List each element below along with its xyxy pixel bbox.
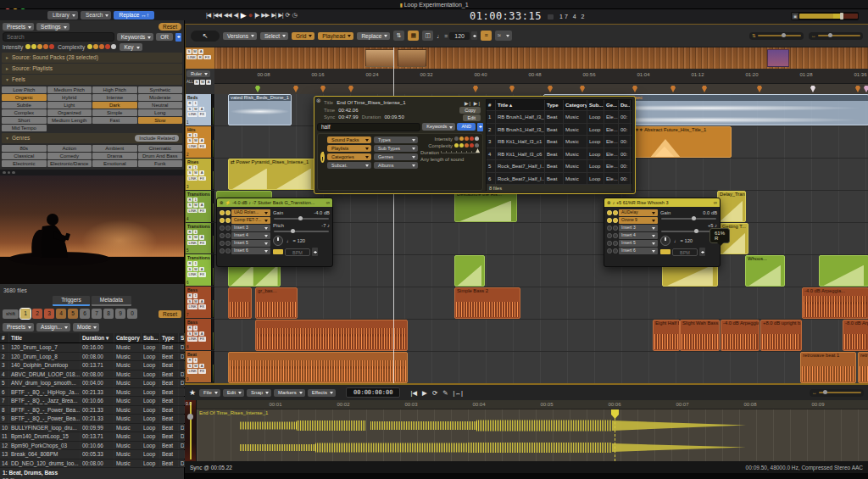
complexity-dot[interactable] <box>105 44 110 49</box>
insert-plugin-dropdown[interactable]: Comp FET-7... <box>231 217 270 224</box>
master-volume-meter[interactable]: ▣ <box>791 12 859 20</box>
solo-button[interactable]: S <box>187 203 192 208</box>
editor-waveform-area[interactable]: End Of Time_Rises_Intense_1 <box>197 409 868 461</box>
track-header[interactable]: Transitions R1 SMA LINKFX 4 <box>186 191 214 223</box>
insert-plugin-dropdown[interactable]: AUDelay <box>619 209 658 216</box>
feel-filter-button[interactable]: Intense <box>92 94 137 101</box>
power-icon[interactable] <box>220 226 225 231</box>
include-related-button[interactable]: Include Related <box>135 135 179 142</box>
record-enable-button[interactable]: R <box>187 326 192 331</box>
insert-plugin-dropdown[interactable]: Insert 3 <box>231 225 270 231</box>
edit-icon[interactable] <box>225 226 231 231</box>
search-input[interactable] <box>3 32 114 42</box>
editor-time-ruler[interactable]: 00:0100:0200:0300:0400:0500:0600:0700:08… <box>197 400 868 409</box>
feel-filter-button[interactable]: Medium Length <box>47 117 92 124</box>
mode-dropdown[interactable]: Mode <box>73 323 99 331</box>
clip[interactable] <box>255 320 408 351</box>
fx-button[interactable]: FX <box>198 241 205 246</box>
result-row[interactable]: 6Rock_Beat7_Half_I...BeatMusicLoopEle...… <box>487 173 632 186</box>
edit-icon[interactable] <box>613 248 618 253</box>
mute-button[interactable]: M <box>193 235 199 240</box>
marker-pin[interactable] <box>670 86 676 92</box>
solo-button[interactable]: S <box>187 267 192 272</box>
power-icon[interactable] <box>220 218 225 223</box>
transport-button[interactable]: ▶| <box>278 12 282 19</box>
filter-dropdown[interactable]: Albums <box>374 162 418 169</box>
intensity-dot[interactable] <box>465 136 469 141</box>
feel-filter-button[interactable]: Long <box>138 109 183 116</box>
duration-slider[interactable] <box>441 151 480 153</box>
complexity-dot[interactable] <box>465 143 469 148</box>
insert-plugin-dropdown[interactable]: Insert 4 <box>231 232 270 239</box>
assign-dropdown[interactable]: Assign... <box>36 323 70 331</box>
clip[interactable]: vated Risk_Beds_Drone_1 <box>228 94 292 125</box>
fx-button[interactable]: FX <box>203 55 210 60</box>
intensity-dot[interactable] <box>25 44 31 49</box>
feel-filter-button[interactable]: Hybrid <box>47 94 92 101</box>
transport-button[interactable]: ● <box>248 11 252 19</box>
link-button[interactable]: LINK <box>187 304 198 309</box>
marker-pin[interactable] <box>632 86 637 92</box>
input-selector[interactable]: 1 <box>193 358 198 363</box>
input-selector[interactable]: 1 <box>193 293 198 298</box>
insert-plugin-dropdown[interactable]: Insert 5 <box>231 240 270 247</box>
transport-button[interactable]: ⟳ <box>286 12 290 19</box>
mute-button[interactable]: M <box>193 331 199 337</box>
marker-lane[interactable] <box>214 84 868 94</box>
mute-button[interactable]: M <box>193 364 199 369</box>
fx-button[interactable]: FX <box>198 176 205 181</box>
filter-dropdown[interactable]: Playlists <box>327 145 371 152</box>
marker-pin[interactable] <box>548 86 553 92</box>
feels-section-header[interactable]: ▼Feels <box>2 75 182 85</box>
vertical-zoom-slider[interactable]: ⇅ <box>749 32 804 40</box>
mute-button[interactable]: M <box>192 49 198 54</box>
marker-pin[interactable] <box>810 86 815 92</box>
pitch-slider[interactable] <box>274 231 329 232</box>
sync-chip[interactable] <box>273 249 283 254</box>
genre-filter-button[interactable]: Comedy <box>47 153 92 159</box>
clip[interactable]: Slight Wah Bass <box>680 320 720 351</box>
clip[interactable]: gr_bas... <box>255 287 298 319</box>
genre-filter-button[interactable]: Ambient <box>92 145 137 152</box>
result-row[interactable]: 5Rock_Beat7_Half_I...BeatMusicLoopEle...… <box>487 160 632 173</box>
track-header[interactable]: Hits R1 SMA LINKFX 2 <box>186 126 214 159</box>
input-selector[interactable]: 1 <box>193 133 198 138</box>
solo-button[interactable]: S <box>187 299 192 304</box>
clip[interactable]: Simple Bass 2 <box>454 287 520 319</box>
mute-button[interactable]: M <box>193 203 199 208</box>
clip[interactable]: Destabilize the Ris... <box>454 191 517 222</box>
grid-snap-icon[interactable]: ▦ <box>408 31 419 41</box>
power-icon[interactable] <box>220 233 225 238</box>
marker-pin[interactable] <box>757 86 762 92</box>
fx-button[interactable]: FX <box>198 209 205 214</box>
editor-transport-button[interactable]: ✎ <box>442 389 448 397</box>
complexity-dot[interactable] <box>475 143 479 148</box>
all-solo-button[interactable]: S <box>194 80 199 85</box>
arm-button[interactable]: A <box>199 203 204 208</box>
complexity-dot[interactable] <box>459 143 464 148</box>
edit-icon[interactable] <box>613 210 618 215</box>
power-icon[interactable] <box>607 233 612 238</box>
solo-button[interactable]: S <box>187 170 192 175</box>
reset-button[interactable]: Reset <box>159 23 181 31</box>
editor-menu-dropdown[interactable]: Effects <box>308 389 336 397</box>
edit-icon[interactable] <box>613 218 618 223</box>
arm-button[interactable]: A <box>198 49 203 54</box>
results-header[interactable]: #Title ▴TypeCategorySub...Ge...Du... <box>487 100 632 111</box>
fx-button[interactable]: FX <box>198 304 205 309</box>
boolean-stepper-icon[interactable] <box>477 123 483 131</box>
file-row[interactable]: 12Bpm90_PorkChops_0300:10.66MusicLoopBea… <box>0 442 184 451</box>
tab-search[interactable]: Search <box>81 11 112 19</box>
file-row[interactable]: 10BULLYFINGER_loop_dru...00:09.99MusicLo… <box>0 424 184 433</box>
edit-icon[interactable] <box>225 248 231 253</box>
trigger-key-button[interactable]: 3 <box>44 309 54 319</box>
edit-icon[interactable] <box>225 233 231 238</box>
arm-button[interactable]: A <box>199 235 204 240</box>
input-selector[interactable]: 1 <box>193 230 198 235</box>
trigger-key-button[interactable]: 6 <box>80 309 90 319</box>
genre-filter-button[interactable]: Cinematic <box>138 145 183 152</box>
tab-replace[interactable]: Replace ↔↑ <box>114 11 153 19</box>
keywords-dropdown[interactable]: Keywords <box>117 33 154 41</box>
feel-filter-button[interactable]: Simple <box>92 109 137 116</box>
nudge-icon[interactable]: ⇅ <box>393 31 404 41</box>
